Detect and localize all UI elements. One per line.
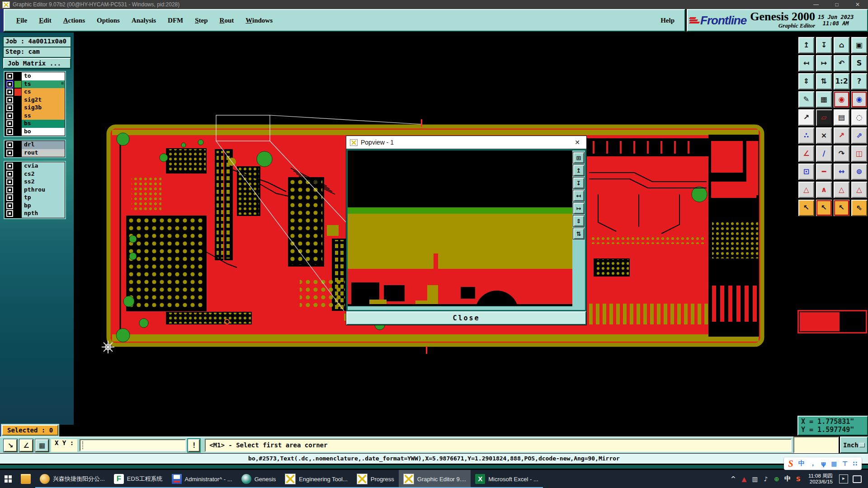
pan-right-button[interactable]: ↦ [816, 55, 832, 72]
popview-close-icon[interactable]: ✕ [572, 139, 583, 146]
layer-checkbox[interactable] [7, 150, 12, 155]
symbol-move-button[interactable]: ↗ [798, 109, 815, 126]
copy-layer-button[interactable]: ⊡ [798, 163, 815, 180]
overview-map[interactable] [797, 310, 867, 333]
layer-label[interactable]: tp [22, 194, 65, 202]
popview-horizontal-scrollbar[interactable] [348, 306, 572, 310]
frame-select-button[interactable]: ↖ [816, 199, 832, 216]
layer-checkbox[interactable] [7, 82, 12, 87]
taskbar-app-graphic-editor[interactable]: Graphic Editor 9.... [399, 470, 471, 488]
mirror-button[interactable]: ◫ [851, 145, 868, 162]
tray-expand-button[interactable]: ^ [728, 475, 739, 483]
fillet-option-2-button[interactable]: ∧ [816, 181, 832, 198]
sogou-toolbox-icon[interactable]: ∷ [853, 460, 858, 467]
layer-label[interactable]: bp [22, 202, 65, 210]
fillet-option-4-button[interactable]: △ [851, 181, 868, 198]
layer-label[interactable]: drl [22, 141, 65, 149]
layer-row-bp[interactable]: bp [5, 202, 65, 210]
layer-label[interactable]: sig3b [22, 104, 65, 112]
tray-display-icon[interactable]: ▥ [750, 475, 760, 483]
layer-checkbox[interactable] [7, 164, 12, 169]
notification-center-icon[interactable] [853, 475, 862, 483]
file-explorer-button[interactable] [16, 470, 35, 488]
layer-label[interactable]: bo [22, 128, 65, 136]
angle-button[interactable]: ∠ [798, 145, 815, 162]
popview-zoom-in-button[interactable]: ⇅ [573, 228, 585, 239]
menu-windows[interactable]: Windows [245, 17, 273, 24]
area-zoom-button[interactable]: ↘ [4, 439, 17, 452]
break-line-button[interactable]: ━ [816, 163, 832, 180]
layer-checkbox[interactable] [7, 195, 12, 200]
fillet-option-1-button[interactable]: △ [798, 181, 815, 198]
taskbar-app-administrator[interactable]: Administrator^ - ... [167, 470, 237, 488]
stretch-point-button[interactable]: ↗ [833, 127, 850, 144]
layer-row-bs[interactable]: bs [5, 120, 65, 128]
delete-button[interactable]: × [816, 127, 832, 144]
job-matrix-button[interactable]: Job Matrix ... [3, 58, 71, 69]
layer-checkbox[interactable] [7, 179, 12, 184]
layer-checkbox[interactable] [7, 113, 12, 118]
move-point-button[interactable]: ⇗ [851, 127, 868, 144]
layer-check-cell[interactable] [5, 96, 14, 104]
select-reference-button[interactable]: ◌ [851, 109, 868, 126]
alert-button[interactable]: ! [188, 439, 200, 452]
layer-checkbox[interactable] [7, 89, 12, 94]
popview-preview[interactable] [348, 150, 572, 310]
layer-row-drl[interactable]: drl [5, 141, 65, 149]
menu-actions[interactable]: Actions [63, 17, 85, 24]
layer-row-bo[interactable]: bo [5, 128, 65, 136]
pan-left-button[interactable]: ↤ [798, 55, 815, 72]
layer-label[interactable]: ss2 [22, 178, 65, 186]
layer-check-cell[interactable] [5, 202, 14, 210]
slope-button[interactable]: ∕ [816, 145, 832, 162]
taskbar-app-eds[interactable]: EDS工程系统 [109, 470, 167, 488]
layer-check-cell[interactable] [5, 194, 14, 202]
layer-check-cell[interactable] [5, 178, 14, 186]
layer-check-cell[interactable] [5, 149, 14, 157]
minimize-button[interactable]: — [806, 0, 826, 9]
menu-edit[interactable]: Edit [39, 17, 52, 24]
taskbar-app-excel[interactable]: Microsoft Excel - ... [471, 470, 543, 488]
sogou-logo[interactable]: S [788, 459, 793, 468]
popview-pan-left-button[interactable]: ↤ [573, 190, 585, 202]
layer-label[interactable]: cvia [22, 162, 65, 170]
layer-row-cvia[interactable]: cvia [5, 162, 65, 170]
layer-check-cell[interactable] [5, 170, 14, 178]
layer-label[interactable]: cs2 [22, 170, 65, 178]
layer-row-cs[interactable]: cs [5, 88, 65, 96]
layer-check-cell[interactable] [5, 80, 14, 89]
layer-check-cell[interactable] [5, 88, 14, 96]
layer-row-ts[interactable]: ts⊞ [5, 80, 65, 89]
polygon-select-button[interactable]: ↖ [833, 199, 850, 216]
layer-label[interactable]: rout [22, 149, 65, 157]
layer-check-cell[interactable] [5, 210, 14, 218]
layer-check-cell[interactable] [5, 72, 14, 80]
zoom-in-button[interactable]: ⇅ [816, 73, 832, 90]
layer-row-tp[interactable]: tp [5, 194, 65, 202]
fillet-option-3-button[interactable]: △ [833, 181, 850, 198]
layer-checkbox[interactable] [7, 203, 12, 208]
layer-checkbox[interactable] [7, 142, 12, 147]
layer-checkbox[interactable] [7, 188, 12, 192]
taskbar-app-genesis[interactable]: Genesis [237, 470, 281, 488]
close-button[interactable]: ✕ [847, 0, 868, 9]
sogou-keyboard-icon[interactable]: ▦ [831, 460, 837, 467]
symbol-scale-button[interactable]: ▱ [816, 109, 832, 126]
layer-label[interactable]: pthrou [22, 186, 65, 194]
start-button[interactable] [0, 470, 16, 488]
layer-checkbox[interactable] [7, 211, 12, 216]
layer-label[interactable]: ss [22, 112, 65, 120]
dimension-button[interactable]: ↔ [833, 163, 850, 180]
layer-row-ss[interactable]: ss [5, 112, 65, 120]
grid-button[interactable]: ▦ [816, 91, 832, 108]
layer-label[interactable]: sig2t [22, 96, 65, 104]
layer-row-cs2[interactable]: cs2 [5, 170, 65, 178]
taskbar-app-engineering[interactable]: Engineering Tool... [280, 470, 352, 488]
tray-clock[interactable]: 11:08 周四 2023/6/15 [808, 473, 833, 485]
layer-label[interactable]: ts⊞ [22, 80, 65, 89]
menu-rout[interactable]: Rout [220, 17, 234, 24]
layer-checkbox[interactable] [7, 98, 12, 103]
home-view-button[interactable]: ⌂ [833, 37, 850, 54]
layer-check-cell[interactable] [5, 141, 14, 149]
rotate-button[interactable]: ↷ [833, 145, 850, 162]
